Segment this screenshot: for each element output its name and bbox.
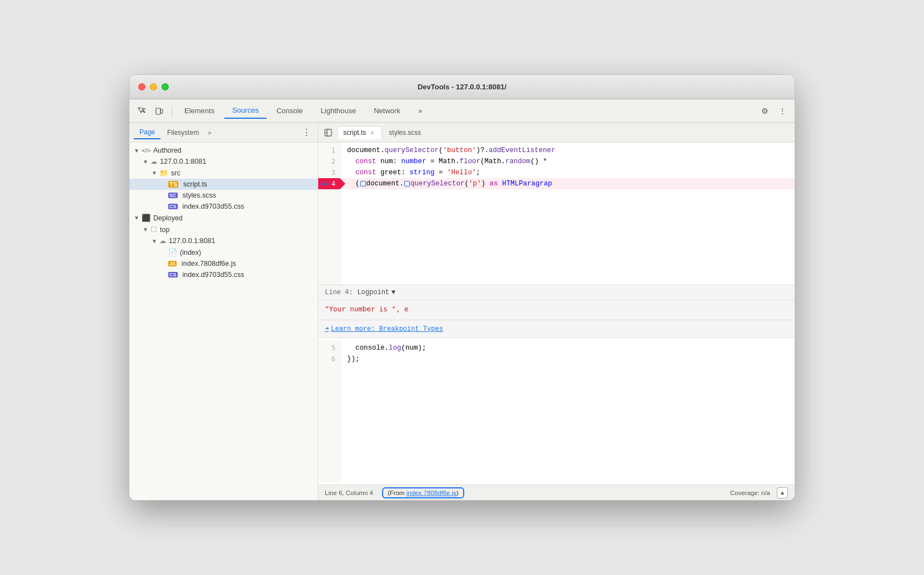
status-from-link[interactable]: index.7808df6e.js	[406, 490, 456, 496]
list-item[interactable]: SC styles.scss	[129, 190, 318, 201]
tree-label-src: src	[171, 169, 180, 177]
tab-console[interactable]: Console	[269, 103, 311, 118]
continuation-line-numbers: 5 6	[318, 340, 340, 482]
logpoint-line-label: Line 4:	[325, 289, 353, 296]
code-line-1: document.querySelector('button')?.addEve…	[340, 145, 795, 156]
title-bar: DevTools - 127.0.0.1:8081/	[129, 75, 795, 99]
tree-label-stylesscss: styles.scss	[183, 191, 216, 199]
sidebar-tab-page[interactable]: Page	[134, 126, 160, 139]
list-item[interactable]: ▼ ⬛ Deployed	[129, 212, 318, 224]
tree-label-indexjs: index.7808df6e.js	[182, 260, 236, 268]
breakpoint-arrow	[340, 178, 345, 189]
continuation-code-area[interactable]: 5 6 console.log(num); });	[318, 338, 795, 485]
code-line-3: const greet: string = 'Hello';	[340, 167, 795, 178]
maximize-button[interactable]	[162, 83, 169, 90]
spacer	[160, 181, 168, 188]
tree-label-host1: 127.0.0.1:8081	[160, 158, 206, 165]
list-item[interactable]: ▼ ☁ 127.0.0.1:8081	[129, 156, 318, 167]
logpoint-type-label: Logpoint	[357, 289, 389, 296]
folder-open-icon: ☐	[150, 225, 157, 234]
expand-icon: ▲	[780, 490, 785, 496]
minimize-button[interactable]	[150, 83, 157, 90]
sidebar-menu-icon[interactable]: ⋮	[300, 126, 313, 139]
code-line-5: console.log(num);	[340, 342, 795, 354]
css-file-icon-2: CS	[168, 272, 178, 278]
editor-tab-scriptts-label: script.ts	[343, 129, 366, 137]
sidebar-tab-filesystem[interactable]: Filesystem	[162, 127, 204, 139]
line-num-3: 3	[318, 167, 340, 178]
window-title: DevTools - 127.0.0.1:8081/	[418, 83, 506, 91]
tab-sources[interactable]: Sources	[224, 103, 267, 119]
close-button[interactable]	[138, 83, 145, 90]
expand-console-button[interactable]: ▲	[777, 487, 788, 498]
tree-label-host2: 127.0.0.1:8081	[169, 237, 215, 245]
sidebar-toggle-icon[interactable]	[320, 125, 336, 140]
tree-arrow-cloud1: ▼	[143, 159, 150, 165]
tree-label-indexcss1: index.d9703d55.css	[183, 203, 244, 210]
editor-tabs: script.ts × styles.scss	[318, 123, 795, 143]
sidebar-tab-more[interactable]: »	[205, 128, 213, 137]
folder-icon: 📁	[159, 169, 168, 177]
tab-elements[interactable]: Elements	[177, 103, 222, 118]
tree-arrow-cloud2: ▼	[152, 238, 159, 244]
html-file-icon: 📄	[168, 248, 177, 256]
inspect-icon[interactable]	[134, 103, 149, 119]
list-item[interactable]: 📄 (index)	[129, 246, 318, 258]
code-lines[interactable]: document.querySelector('button')?.addEve…	[340, 143, 795, 285]
tab-lighthouse[interactable]: Lighthouse	[313, 103, 364, 118]
tree-label-authored: Authored	[153, 147, 182, 154]
close-tab-icon[interactable]: ×	[368, 129, 376, 137]
list-item[interactable]: CS index.d9703d55.css	[129, 269, 318, 280]
list-item[interactable]: ▼ ☐ top	[129, 224, 318, 235]
css-file-icon: CS	[168, 204, 178, 209]
continuation-code-lines: console.log(num); });	[340, 340, 795, 482]
status-coverage: Coverage: n/a	[730, 490, 770, 496]
tree-arrow-authored: ▼	[134, 148, 142, 154]
line-num-6: 6	[318, 354, 340, 365]
status-bar: Line 6, Column 4 (From index.7808df6e.js…	[318, 485, 795, 500]
tab-more[interactable]: »	[410, 103, 430, 118]
editor-tab-stylesscss[interactable]: styles.scss	[383, 127, 426, 139]
logpoint-type-dropdown[interactable]: Logpoint ▼	[357, 289, 395, 296]
spacer	[160, 249, 168, 255]
svg-rect-0	[156, 108, 160, 114]
device-toggle-icon[interactable]	[152, 103, 167, 119]
tree-label-deployed: Deployed	[153, 214, 183, 222]
code-area[interactable]: 1 2 3 4	[318, 143, 795, 285]
spacer	[160, 261, 168, 267]
learn-more-text: Learn more: Breakpoint Types	[331, 325, 443, 333]
line-num-4: 4	[318, 178, 340, 189]
tree-label-index: (index)	[180, 249, 201, 256]
learn-more-link[interactable]: ➜ Learn more: Breakpoint Types	[325, 325, 443, 333]
editor-tab-scriptts[interactable]: script.ts ×	[337, 126, 382, 139]
list-item[interactable]: ▼ ☁ 127.0.0.1:8081	[129, 235, 318, 246]
status-right: Coverage: n/a ▲	[730, 487, 788, 498]
more-options-icon[interactable]: ⋮	[775, 103, 790, 119]
line-num-1: 1	[318, 145, 340, 156]
list-item[interactable]: JS index.7808df6e.js	[129, 258, 318, 269]
list-item[interactable]: ▼ 📁 src	[129, 167, 318, 179]
svg-rect-2	[325, 129, 332, 136]
sidebar-tabs: Page Filesystem » ⋮	[129, 123, 318, 143]
list-item[interactable]: TS script.ts	[129, 179, 318, 190]
list-item[interactable]: CS index.d9703d55.css	[129, 201, 318, 212]
logpoint-input[interactable]: "Your number is ", e	[318, 300, 795, 320]
svg-line-5	[326, 133, 327, 134]
logpoint-dropdown-arrow: ▼	[391, 289, 395, 296]
line-numbers: 1 2 3 4	[318, 143, 340, 285]
traffic-lights	[138, 83, 169, 90]
spacer	[160, 272, 168, 278]
code-line-4: (document.querySelector('p') as HTMLPara…	[340, 178, 795, 189]
line-num-2: 2	[318, 156, 340, 167]
list-item[interactable]: ▼ </> Authored	[129, 145, 318, 156]
tree-arrow-deployed: ▼	[134, 215, 142, 221]
main-toolbar: Elements Sources Console Lighthouse Netw…	[129, 99, 795, 123]
tab-network[interactable]: Network	[366, 103, 408, 118]
sidebar: Page Filesystem » ⋮ ▼ </> Authored ▼ ☁ 1…	[129, 123, 318, 500]
scss-file-icon: SC	[168, 193, 178, 198]
code-line-2: const num: number = Math.floor(Math.rand…	[340, 156, 795, 167]
cloud-icon-2: ☁	[159, 237, 166, 245]
tree-label-indexcss2: index.d9703d55.css	[183, 271, 244, 279]
settings-icon[interactable]: ⚙	[757, 103, 772, 119]
logpoint-input-value: "Your number is ", e	[325, 305, 409, 313]
